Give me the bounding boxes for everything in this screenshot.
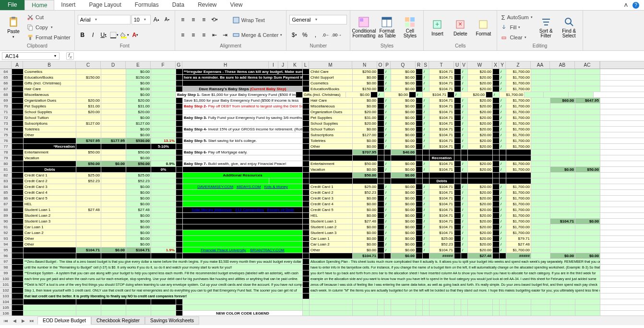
cell[interactable]	[176, 138, 183, 143]
cell[interactable]	[12, 178, 24, 184]
cell[interactable]: Credit Card 4	[24, 190, 76, 195]
cell[interactable]	[378, 184, 384, 189]
font-color-button[interactable]: A▾	[131, 30, 140, 40]
cell[interactable]: $20.00	[353, 109, 378, 115]
cell[interactable]: $104.71	[429, 207, 454, 212]
cell[interactable]	[303, 161, 310, 166]
cell[interactable]	[550, 213, 575, 218]
cell[interactable]: $1,700.00	[506, 184, 531, 189]
cell[interactable]: /	[461, 75, 468, 80]
cell[interactable]: $1,700.00	[506, 132, 531, 138]
cell[interactable]: $104.71	[429, 138, 454, 143]
cell[interactable]: Recreation	[429, 155, 454, 161]
cell[interactable]	[176, 224, 183, 230]
cell[interactable]: Gifts (incl. Christmas)	[303, 92, 346, 97]
cell[interactable]: /	[500, 236, 506, 241]
cell[interactable]: /	[423, 132, 429, 138]
row-header[interactable]: 89	[0, 213, 12, 219]
col-header-X[interactable]: X	[492, 61, 499, 69]
name-box[interactable]: AC14▾	[2, 52, 60, 60]
cell[interactable]	[378, 121, 384, 126]
cell[interactable]: Subscriptions	[310, 132, 353, 138]
cell[interactable]	[525, 92, 544, 97]
cell[interactable]: $104.71	[429, 184, 454, 189]
cell[interactable]: /	[378, 92, 384, 97]
cell[interactable]	[493, 75, 500, 80]
cell[interactable]	[531, 98, 550, 103]
cell[interactable]: $25.00	[353, 184, 378, 189]
cell[interactable]	[303, 167, 310, 172]
cell[interactable]	[76, 86, 101, 92]
cell[interactable]	[176, 167, 183, 172]
row-header[interactable]: 82	[0, 173, 12, 178]
find-select-button[interactable]: Find & Select	[559, 12, 580, 42]
cell[interactable]: $1,700.00	[506, 138, 531, 143]
cell[interactable]	[151, 104, 176, 109]
cell[interactable]: $25.00	[126, 173, 151, 178]
cell[interactable]: /	[423, 247, 429, 253]
cell[interactable]	[353, 311, 378, 316]
cell[interactable]: Allocation Spending Plan - This sheet lo…	[310, 259, 600, 264]
cell[interactable]: /	[500, 98, 506, 103]
cell[interactable]	[531, 207, 550, 212]
cell[interactable]	[493, 178, 500, 184]
cell[interactable]: $104.71	[429, 196, 454, 201]
cell[interactable]: /	[423, 242, 429, 247]
cell[interactable]: $104.71	[429, 81, 454, 86]
col-header-J[interactable]: J	[278, 61, 288, 69]
cell[interactable]: $20.00	[468, 115, 493, 120]
cell[interactable]: /	[500, 86, 506, 92]
cell[interactable]	[126, 167, 151, 172]
cell[interactable]	[303, 115, 310, 120]
cell[interactable]	[569, 92, 594, 97]
cell[interactable]	[575, 161, 600, 166]
cell[interactable]: $1,700.00	[506, 127, 531, 132]
clear-button[interactable]: Clear▾	[500, 33, 533, 42]
cell[interactable]	[531, 167, 550, 172]
cell[interactable]	[176, 132, 183, 138]
cell[interactable]	[416, 242, 423, 247]
cell[interactable]: /	[500, 207, 506, 212]
cell[interactable]: /	[461, 196, 468, 201]
cell[interactable]	[493, 196, 500, 201]
cell[interactable]: Vacation	[310, 167, 353, 172]
cell[interactable]: $104.71	[429, 213, 454, 218]
cell[interactable]	[76, 242, 101, 247]
cell[interactable]	[101, 305, 126, 310]
cell[interactable]	[101, 121, 126, 126]
cell[interactable]: Credit Card 2	[24, 178, 76, 184]
cell[interactable]	[531, 196, 550, 201]
cell[interactable]	[423, 311, 429, 316]
cell[interactable]: Vacation	[24, 155, 76, 161]
cell[interactable]: /	[423, 230, 429, 235]
cell[interactable]: Credit Card 3	[310, 196, 353, 201]
cell[interactable]: /	[384, 81, 391, 86]
cell[interactable]	[575, 207, 600, 212]
cell[interactable]	[303, 121, 310, 126]
cell[interactable]: $104.71	[429, 69, 454, 74]
cell[interactable]: $1,700.00	[506, 69, 531, 74]
cell[interactable]: $1,700.00	[506, 219, 531, 224]
cell[interactable]	[151, 150, 176, 155]
cell[interactable]	[176, 219, 183, 224]
cell[interactable]	[303, 293, 310, 299]
cell[interactable]: /	[423, 190, 429, 195]
cell[interactable]: Step 1, then leave yourself with 1 credi…	[24, 288, 303, 293]
cell[interactable]: /	[500, 190, 506, 195]
row-header[interactable]: 88	[0, 207, 12, 213]
cell[interactable]	[24, 253, 76, 258]
cell[interactable]: $1,700.00	[506, 109, 531, 115]
cell[interactable]	[493, 150, 500, 155]
cell[interactable]	[384, 299, 391, 305]
cell[interactable]	[550, 109, 575, 115]
cell[interactable]: $0.00	[353, 213, 378, 218]
cell[interactable]	[303, 259, 310, 264]
cell[interactable]	[493, 138, 500, 143]
cell[interactable]	[12, 270, 24, 276]
row-header[interactable]: 104	[0, 299, 12, 305]
cell[interactable]: $0.00	[391, 253, 416, 258]
cell[interactable]	[531, 247, 550, 253]
cell[interactable]	[493, 213, 500, 218]
cell[interactable]: $150.00	[76, 75, 101, 80]
cell[interactable]: /	[461, 213, 468, 218]
